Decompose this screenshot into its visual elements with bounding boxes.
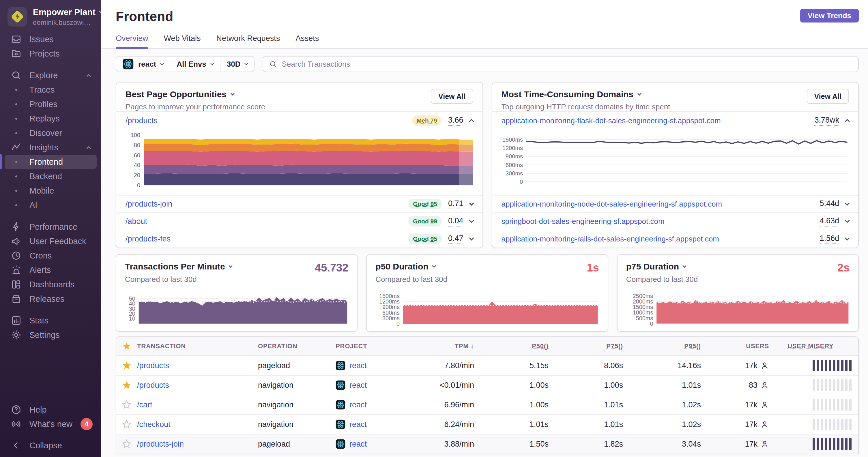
project-link[interactable]: react <box>349 420 367 429</box>
star-filled-icon[interactable] <box>122 361 132 370</box>
page-link[interactable]: /products-fes <box>126 234 170 243</box>
sidebar-item-ai[interactable]: AI <box>5 198 97 213</box>
domain-link[interactable]: application-monitoring-rails-dot-sales-e… <box>501 234 719 243</box>
domain-link[interactable]: application-monitoring-node-dot-sales-en… <box>501 200 722 208</box>
transaction-link[interactable]: /products <box>137 381 169 390</box>
domains-view-all-button[interactable]: View All <box>807 89 849 104</box>
sidebar-item-insights[interactable]: Insights <box>5 140 97 155</box>
metric-value: 1s <box>587 262 599 274</box>
sidebar-item-replays[interactable]: Replays <box>5 111 97 126</box>
svg-text:1500ms: 1500ms <box>632 304 653 310</box>
column-p75[interactable]: P75() <box>549 342 623 350</box>
sidebar-item-backend[interactable]: Backend <box>5 169 97 184</box>
page-link[interactable]: /about <box>126 217 147 226</box>
project-link[interactable]: react <box>349 400 367 410</box>
sidebar-item-performance[interactable]: Performance <box>5 220 97 234</box>
operation-cell: pageload <box>258 361 336 370</box>
column-project[interactable]: PROJECT <box>336 342 403 350</box>
column-tpm[interactable]: TPM ↓ <box>403 342 474 350</box>
chevron-left-icon <box>10 440 22 451</box>
p75-cell: 1.00s <box>549 381 623 390</box>
project-link[interactable]: react <box>349 361 367 370</box>
best-pages-subtitle: Pages to improve your performance score <box>126 102 473 111</box>
tab-web-vitals[interactable]: Web Vitals <box>164 34 201 48</box>
sidebar-item-releases[interactable]: Releases <box>5 292 97 306</box>
sidebar-item-dashboards[interactable]: Dashboards <box>5 277 97 292</box>
domain-link[interactable]: application-monitoring-flask-dot-sales-e… <box>501 116 721 125</box>
metric-subtitle: Compared to last 30d <box>626 275 849 284</box>
sidebar-item-issues[interactable]: Issues <box>5 32 97 46</box>
tab-assets[interactable]: Assets <box>296 34 319 48</box>
project-link[interactable]: react <box>349 440 367 449</box>
sort-desc-icon: ↓ <box>471 342 474 350</box>
chevron-down-icon[interactable] <box>845 218 850 223</box>
column-p50[interactable]: P50() <box>474 342 549 350</box>
chevron-down-icon[interactable] <box>469 201 474 206</box>
sidebar-item-projects[interactable]: Projects <box>5 46 97 61</box>
transaction-link[interactable]: /products-join <box>137 440 184 448</box>
domain-link[interactable]: springboot-dot-sales-engineering-sf.apps… <box>501 217 664 226</box>
sidebar-item-traces[interactable]: Traces <box>5 83 97 97</box>
chevron-down-icon[interactable] <box>469 236 474 240</box>
star-outline-icon[interactable] <box>122 420 132 429</box>
project-cell: react <box>336 361 403 370</box>
sidebar-item-frontend[interactable]: Frontend <box>5 155 97 169</box>
sidebar-item-alerts[interactable]: Alerts <box>5 263 97 277</box>
chevron-down-icon[interactable] <box>469 218 474 223</box>
misery-cell <box>769 419 858 430</box>
metric-title-p75[interactable]: p75 Duration <box>626 262 849 271</box>
opportunity-score: 0.47 <box>448 234 463 244</box>
page-link[interactable]: /products <box>126 116 158 125</box>
best-pages-view-all-button[interactable]: View All <box>431 89 473 104</box>
tab-network-requests[interactable]: Network Requests <box>216 34 280 48</box>
star-column-header[interactable] <box>116 342 137 351</box>
search-transactions-field[interactable] <box>262 56 859 72</box>
best-pages-title[interactable]: Best Page Opportunities <box>126 90 473 99</box>
environment-filter[interactable]: All Envs <box>170 57 220 71</box>
sidebar-item-crons[interactable]: Crons <box>5 249 97 263</box>
best-page-opportunities-panel: Best Page Opportunities Pages to improve… <box>116 82 483 248</box>
transaction-link[interactable]: /products <box>137 361 169 370</box>
operation-cell: navigation <box>258 381 336 390</box>
sidebar-item-settings[interactable]: Settings <box>5 328 97 342</box>
misery-cell <box>769 360 858 371</box>
react-icon <box>123 59 134 69</box>
react-icon <box>336 380 345 390</box>
sidebar-item-profiles[interactable]: Profiles <box>5 97 97 111</box>
sidebar-item-explore[interactable]: Explore <box>5 68 97 83</box>
column-operation[interactable]: OPERATION <box>258 342 336 350</box>
column-p95[interactable]: P95() <box>623 342 701 350</box>
domains-title[interactable]: Most Time-Consuming Domains <box>501 90 849 99</box>
star-outline-icon[interactable] <box>122 439 132 449</box>
column-user-misery[interactable]: USER MISERY <box>769 342 858 350</box>
transaction-link[interactable]: /checkout <box>137 420 170 429</box>
date-range-filter[interactable]: 30D <box>220 57 254 71</box>
star-filled-icon[interactable] <box>122 380 132 390</box>
sidebar-item-collapse[interactable]: Collapse <box>5 438 97 453</box>
search-input[interactable] <box>282 60 852 69</box>
chevron-down-icon[interactable] <box>845 236 850 240</box>
sidebar-item-discover[interactable]: Discover <box>5 126 97 140</box>
sidebar-item-user-feedback[interactable]: User Feedback <box>5 234 97 249</box>
project-link[interactable]: react <box>349 381 367 390</box>
sidebar-item-mobile[interactable]: Mobile <box>5 184 97 198</box>
sidebar-item-help[interactable]: Help <box>5 402 97 417</box>
sidebar-item-what-s-new[interactable]: What's new4 <box>5 417 97 431</box>
column-transaction[interactable]: TRANSACTION <box>137 342 258 350</box>
project-filter[interactable]: react <box>116 57 170 71</box>
chevron-up-icon[interactable] <box>845 119 850 124</box>
misery-cell <box>769 380 858 391</box>
releases-icon <box>10 293 22 305</box>
metric-title-p50[interactable]: p50 Duration <box>375 262 599 271</box>
star-outline-icon[interactable] <box>122 400 132 410</box>
chevron-up-icon[interactable] <box>469 119 474 124</box>
view-trends-button[interactable]: View Trends <box>800 9 859 23</box>
sidebar-item-stats[interactable]: Stats <box>5 313 97 328</box>
transaction-link[interactable]: /cart <box>137 400 152 409</box>
column-users[interactable]: USERS <box>701 342 769 350</box>
page-link[interactable]: /products-join <box>126 200 172 208</box>
tab-overview[interactable]: Overview <box>116 34 148 48</box>
chevron-down-icon[interactable] <box>845 201 850 206</box>
domain-row: application-monitoring-rails-dot-sales-e… <box>492 230 859 248</box>
org-switcher[interactable]: Empower Plant dominik.buszowiec… <box>0 0 101 27</box>
